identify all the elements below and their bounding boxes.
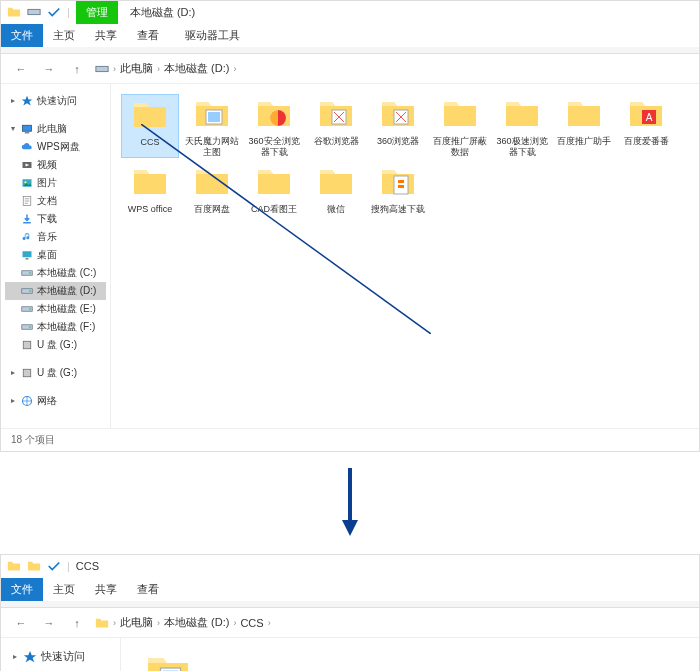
folder-icon [316, 94, 356, 134]
back-button[interactable]: ← [11, 59, 31, 79]
tab-home[interactable]: 主页 [43, 578, 85, 601]
folder-item[interactable]: 天氏魔力网站主图 [183, 94, 241, 158]
folder-item[interactable]: CCS [121, 94, 179, 158]
manage-tab[interactable]: 管理 [76, 1, 118, 24]
svg-point-14 [29, 290, 31, 292]
sidebar-item[interactable]: 图片 [5, 174, 106, 192]
breadcrumb-drive[interactable]: 本地磁盘 (D:) [164, 615, 229, 630]
folder-icon [378, 94, 418, 134]
folder-item[interactable]: 百度推广助手 [555, 94, 613, 158]
folder-icon: A [626, 94, 666, 134]
folder-item[interactable]: 360安全浏览器下载 [245, 94, 303, 158]
breadcrumb-folder[interactable]: CCS [240, 617, 263, 629]
folder-item[interactable]: 搜狗高速下载 [369, 162, 427, 215]
sidebar-item-label: 文档 [37, 194, 57, 208]
arrow-down-icon [340, 468, 360, 538]
sidebar-item[interactable]: 本地磁盘 (E:) [5, 300, 106, 318]
folder-item[interactable]: 微信 [307, 162, 365, 215]
separator: | [67, 560, 70, 572]
window-title: CCS [76, 560, 99, 572]
tab-file[interactable]: 文件 [1, 578, 43, 601]
drive-icon [21, 285, 33, 297]
explorer-body: ▸ 快速访问 ▾ 此电脑 WPS网盘视频图片文档下载音乐桌面本地磁盘 (C:)本… [1, 84, 699, 428]
sidebar: ▸ 快速访问 ▾ 此电脑 WPS网盘视频图片文档下载音乐桌面本地磁盘 (C:)本… [1, 84, 111, 428]
chevron-right-icon: ▸ [11, 651, 19, 662]
svg-rect-19 [23, 341, 31, 349]
content-area[interactable]: SuperTest [121, 638, 699, 671]
sidebar-item[interactable]: 视频 [5, 156, 106, 174]
downloads-icon [21, 213, 33, 225]
up-button[interactable]: ↑ [67, 613, 87, 633]
tab-view[interactable]: 查看 [127, 578, 169, 601]
sidebar-item-label: U 盘 (G:) [37, 338, 77, 352]
desktop-icon [21, 249, 33, 261]
drive-icon [21, 321, 33, 333]
folder-item[interactable]: WPS office [121, 162, 179, 215]
sidebar-usb[interactable]: ▸ U 盘 (G:) [5, 364, 106, 382]
forward-button[interactable]: → [39, 613, 59, 633]
svg-point-12 [29, 272, 31, 274]
tab-file[interactable]: 文件 [1, 24, 43, 47]
sidebar-item-label: 图片 [37, 176, 57, 190]
network-icon [21, 395, 33, 407]
chevron-right-icon: › [268, 618, 271, 628]
folder-item[interactable]: 百度网盘 [183, 162, 241, 215]
folder-item[interactable]: 360极速浏览器下载 [493, 94, 551, 158]
sidebar-item[interactable]: 音乐 [5, 228, 106, 246]
chevron-right-icon: › [113, 64, 116, 74]
sidebar-item-label: 视频 [37, 158, 57, 172]
breadcrumb[interactable]: › 此电脑 › 本地磁盘 (D:) › [95, 61, 689, 76]
sidebar-item-label: 音乐 [37, 230, 57, 244]
usb-icon [21, 339, 33, 351]
folder-item[interactable]: A百度爱番番 [617, 94, 675, 158]
sidebar-item[interactable]: 文档 [5, 192, 106, 210]
tab-drive-tools[interactable]: 驱动器工具 [175, 24, 250, 47]
sidebar-item[interactable]: 本地磁盘 (F:) [5, 318, 106, 336]
folder-label: 百度推广屏蔽数据 [431, 136, 489, 158]
status-item-count: 18 个项目 [11, 434, 55, 445]
sidebar-quick-access[interactable]: ▸ 快速访问 [5, 92, 106, 110]
sidebar-item-label: 本地磁盘 (D:) [37, 284, 96, 298]
sidebar-item[interactable]: U 盘 (G:) [5, 336, 106, 354]
tab-home[interactable]: 主页 [43, 24, 85, 47]
up-button[interactable]: ↑ [67, 59, 87, 79]
folder-label: 搜狗高速下载 [371, 204, 425, 215]
back-button[interactable]: ← [11, 613, 31, 633]
folder-item[interactable]: 百度推广屏蔽数据 [431, 94, 489, 158]
svg-point-18 [29, 326, 31, 328]
sidebar-item[interactable]: 本地磁盘 (C:) [5, 264, 106, 282]
folder-item[interactable]: 360浏览器 [369, 94, 427, 158]
sidebar-item-label: 快速访问 [37, 94, 77, 108]
sidebar-item[interactable]: 本地磁盘 (D:) [5, 282, 106, 300]
sidebar-network[interactable]: ▸ 网络 [5, 392, 106, 410]
statusbar: 18 个项目 [1, 428, 699, 451]
explorer-body: ▸ 快速访问 ▾ 此电脑 WPS网盘视频图片文档下载音乐桌面本地磁盘 (C:)本… [1, 638, 699, 671]
folder-icon [254, 94, 294, 134]
folder-item[interactable]: CAD看图王 [245, 162, 303, 215]
folder-icon [378, 162, 418, 202]
tab-share[interactable]: 共享 [85, 578, 127, 601]
pc-icon [21, 123, 33, 135]
sidebar-this-pc[interactable]: ▾ 此电脑 [5, 120, 106, 138]
folder-item[interactable]: 谷歌浏览器 [307, 94, 365, 158]
folder-label: CAD看图王 [251, 204, 297, 215]
sidebar: ▸ 快速访问 ▾ 此电脑 WPS网盘视频图片文档下载音乐桌面本地磁盘 (C:)本… [1, 638, 121, 671]
forward-button[interactable]: → [39, 59, 59, 79]
chevron-right-icon: ▸ [9, 95, 17, 106]
breadcrumb-drive[interactable]: 本地磁盘 (D:) [164, 61, 229, 76]
sidebar-item[interactable]: 桌面 [5, 246, 106, 264]
transition-arrow [0, 460, 700, 554]
folder-item[interactable]: SuperTest [131, 648, 205, 671]
breadcrumb-this-pc[interactable]: 此电脑 [120, 615, 153, 630]
sidebar-item[interactable]: 下载 [5, 210, 106, 228]
tab-view[interactable]: 查看 [127, 24, 169, 47]
breadcrumb-this-pc[interactable]: 此电脑 [120, 61, 153, 76]
sidebar-quick-access[interactable]: ▸ 快速访问 [5, 646, 116, 667]
breadcrumb[interactable]: › 此电脑 › 本地磁盘 (D:) › CCS › [95, 615, 689, 630]
content-area[interactable]: CCS天氏魔力网站主图360安全浏览器下载谷歌浏览器360浏览器百度推广屏蔽数据… [111, 84, 699, 428]
sidebar-item[interactable]: WPS网盘 [5, 138, 106, 156]
usb-icon [21, 367, 33, 379]
chevron-right-icon: ▸ [9, 367, 17, 378]
titlebar: | CCS [1, 555, 699, 577]
tab-share[interactable]: 共享 [85, 24, 127, 47]
